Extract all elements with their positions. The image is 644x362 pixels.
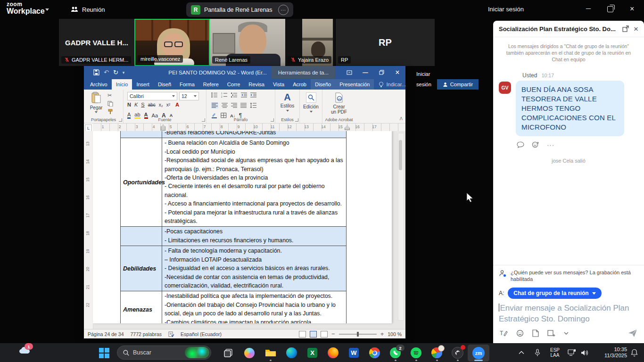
tab-acrobat[interactable]: Acrob bbox=[289, 79, 311, 90]
justify-icon[interactable] bbox=[240, 103, 247, 108]
message-bubble[interactable]: BUEN DÍA ANA SOSA TESORERA DE VALLE HERM… bbox=[516, 81, 624, 136]
collapse-ribbon-icon[interactable]: ᐱ bbox=[400, 116, 403, 121]
decrease-indent-icon[interactable] bbox=[241, 92, 247, 98]
firefox-button[interactable] bbox=[327, 346, 339, 359]
tray-volume[interactable] bbox=[581, 343, 589, 362]
task-view-button[interactable] bbox=[222, 346, 234, 359]
word-count[interactable]: 7772 palabras bbox=[130, 331, 162, 337]
video-tile-rp[interactable]: RP RP bbox=[336, 19, 435, 66]
superscript-button[interactable]: x² bbox=[166, 102, 170, 107]
chrome-profile-button[interactable] bbox=[430, 346, 443, 359]
customize-quick-access-icon[interactable]: ▾ bbox=[123, 70, 125, 75]
file-explorer-button[interactable] bbox=[264, 346, 277, 359]
attach-file-icon[interactable] bbox=[532, 329, 539, 337]
underline-button[interactable]: S bbox=[141, 102, 144, 107]
tell-me-box[interactable]: Indicar... bbox=[374, 79, 411, 90]
align-right-icon[interactable] bbox=[231, 103, 237, 108]
more-actions-icon[interactable]: ··· bbox=[547, 141, 554, 148]
align-center-icon[interactable] bbox=[222, 103, 228, 108]
pop-out-icon[interactable] bbox=[622, 25, 629, 32]
align-left-icon[interactable] bbox=[211, 102, 218, 108]
zoom-level[interactable]: 100 % bbox=[388, 331, 402, 337]
dialog-launcher-icon[interactable] bbox=[119, 118, 122, 122]
more-options-chevron-icon[interactable] bbox=[564, 332, 569, 335]
redo-icon[interactable]: ↻ bbox=[113, 69, 118, 76]
screen-share-indicator[interactable]: R Pantalla de René Larenas ··· bbox=[186, 2, 293, 17]
share-button[interactable]: Compartir bbox=[437, 79, 479, 90]
emoji-icon[interactable] bbox=[516, 329, 524, 337]
tab-inicio[interactable]: Inicio bbox=[112, 79, 132, 90]
dialog-launcher-icon[interactable] bbox=[271, 118, 274, 122]
zoom-slider-thumb[interactable] bbox=[357, 332, 359, 337]
subscript-button[interactable]: x₂ bbox=[159, 102, 163, 107]
font-size-combobox[interactable]: 12 bbox=[179, 92, 199, 100]
obs-button[interactable] bbox=[451, 346, 464, 359]
tray-notifications[interactable] bbox=[631, 343, 638, 362]
document-scrollbar[interactable] bbox=[398, 133, 404, 321]
send-icon[interactable] bbox=[628, 329, 637, 337]
vertical-ruler[interactable]: 13141516171819202122 bbox=[84, 131, 93, 329]
format-painter-icon[interactable] bbox=[107, 109, 113, 115]
horizontal-ruler[interactable]: 1234567891011121314151617 bbox=[93, 123, 405, 132]
dialog-launcher-icon[interactable] bbox=[295, 118, 298, 122]
document-area[interactable]: 13141516171819202122 -Buenas relaciones … bbox=[84, 131, 405, 329]
copilot-button[interactable] bbox=[243, 346, 256, 359]
language-indicator[interactable]: Español (Ecuador) bbox=[181, 331, 222, 337]
start-button[interactable] bbox=[98, 346, 110, 359]
chrome-button[interactable] bbox=[368, 346, 381, 359]
chevron-down-icon[interactable] bbox=[45, 8, 49, 11]
tab-diseno[interactable]: Diseñ bbox=[154, 79, 175, 90]
tab-vista[interactable]: Vista bbox=[269, 79, 289, 90]
font-name-combobox[interactable]: Calibri bbox=[127, 92, 177, 100]
tab-insertar[interactable]: Insert bbox=[132, 79, 154, 90]
document-page[interactable]: -Buenas relaciones CONAGOPARE-JuntasOpor… bbox=[93, 131, 392, 323]
tab-revisar[interactable]: Revisa bbox=[244, 79, 269, 90]
cut-icon[interactable]: ✂ bbox=[107, 92, 113, 99]
sign-in-link[interactable]: Iniciar sesión bbox=[488, 6, 524, 13]
dialog-launcher-icon[interactable] bbox=[202, 118, 205, 122]
onedrive-tray-icon[interactable]: 1 bbox=[19, 346, 31, 354]
excel-button[interactable]: X bbox=[306, 346, 319, 359]
edge-button[interactable] bbox=[285, 346, 298, 359]
tray-mic[interactable] bbox=[534, 343, 541, 362]
italic-button[interactable]: K bbox=[134, 102, 138, 107]
bold-button[interactable]: N bbox=[127, 102, 131, 107]
swot-table[interactable]: -Buenas relaciones CONAGOPARE-JuntasOpor… bbox=[120, 131, 347, 323]
text-effects-icon[interactable]: A bbox=[175, 102, 179, 107]
copy-icon[interactable] bbox=[107, 101, 113, 107]
zoom-in-button[interactable]: + bbox=[380, 330, 384, 337]
whatsapp-button[interactable]: 2 bbox=[389, 346, 402, 359]
undo-icon[interactable]: ↶ bbox=[104, 69, 109, 76]
word-button[interactable]: W bbox=[347, 346, 360, 359]
tab-meeting[interactable]: Reunión bbox=[71, 0, 105, 19]
numbered-list-icon[interactable]: 12 bbox=[221, 92, 228, 98]
tray-language[interactable]: ESP LAA bbox=[550, 343, 560, 362]
line-spacing-icon[interactable] bbox=[250, 103, 256, 108]
tray-chevron[interactable] bbox=[519, 343, 524, 362]
format-icon[interactable]: T bbox=[500, 329, 508, 337]
editing-button[interactable]: Edición bbox=[300, 90, 322, 123]
minimize-button[interactable]: ─ bbox=[586, 5, 591, 12]
paste-dropdown-icon[interactable] bbox=[95, 111, 98, 113]
restore-button[interactable] bbox=[607, 6, 613, 12]
search-highlight-image[interactable] bbox=[185, 347, 209, 358]
tab-table-layout[interactable]: Presentación bbox=[335, 79, 374, 90]
reply-icon[interactable] bbox=[517, 141, 524, 148]
video-tile-rene[interactable]: René Larenas bbox=[210, 19, 285, 66]
video-tile-yajaira[interactable]: Yajaira Erazo bbox=[285, 19, 335, 66]
increase-indent-icon[interactable] bbox=[250, 92, 256, 98]
message-input[interactable]: Enviar mensaje a Socialización Plan Estr… bbox=[493, 301, 644, 324]
proofing-icon[interactable] bbox=[168, 331, 174, 337]
emoji-reaction-icon[interactable] bbox=[532, 141, 539, 148]
tray-clock[interactable]: 10:35 11/3/2025 bbox=[600, 343, 627, 362]
page-indicator[interactable]: Página 24 de 34 bbox=[88, 331, 124, 337]
close-button[interactable]: × bbox=[630, 5, 634, 13]
word-minimize-button[interactable]: ─ bbox=[357, 66, 373, 79]
chat-close-icon[interactable]: × bbox=[634, 25, 638, 33]
share-options-icon[interactable]: ··· bbox=[278, 5, 289, 15]
video-tile-mireille-active-speaker[interactable]: mireille.vasconez bbox=[134, 19, 210, 66]
tab-referencias[interactable]: Refere bbox=[199, 79, 223, 90]
tray-cast[interactable] bbox=[568, 343, 576, 362]
print-layout-icon[interactable] bbox=[310, 331, 317, 337]
word-sign-in[interactable]: Iniciar sesión bbox=[411, 69, 437, 90]
